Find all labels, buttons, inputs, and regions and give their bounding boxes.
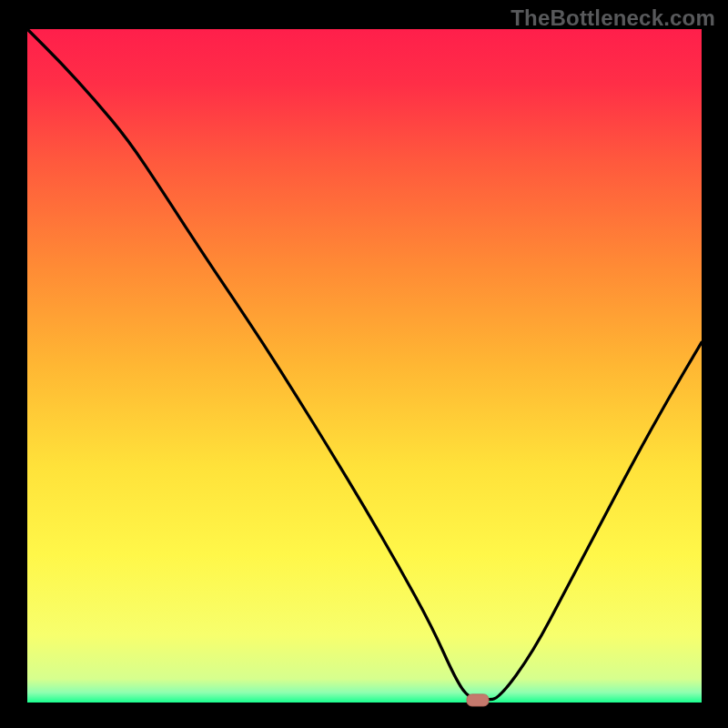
bottleneck-chart bbox=[0, 0, 728, 728]
plot-background bbox=[27, 29, 702, 703]
optimal-marker bbox=[467, 694, 489, 706]
watermark-text: TheBottleneck.com bbox=[511, 5, 715, 31]
chart-frame: TheBottleneck.com bbox=[0, 0, 728, 728]
